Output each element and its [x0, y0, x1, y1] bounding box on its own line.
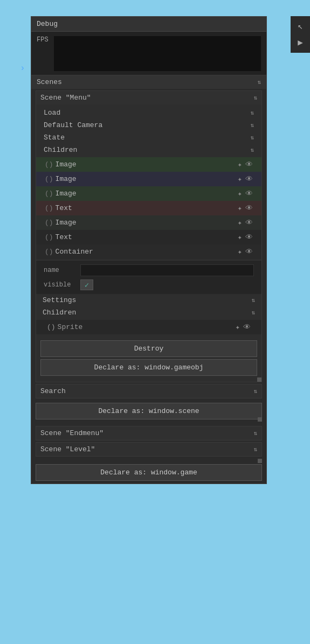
scene-endmenu-block: Scene "Endmenu" ⇅ — [36, 426, 262, 440]
child-item-image1-paren: () — [45, 160, 53, 169]
name-prop-row: name — [44, 263, 254, 278]
eye-icon-text2[interactable]: 👁 — [245, 233, 253, 242]
eye-icon-image1[interactable]: 👁 — [245, 160, 253, 169]
children-header-label: Children — [44, 146, 77, 154]
search-label: Search — [40, 387, 66, 395]
name-prop-label: name — [44, 267, 76, 274]
debug-header: Debug — [31, 17, 266, 32]
visible-prop-row: visible ✓ — [44, 278, 254, 292]
cursor-icon[interactable]: ↖ — [293, 19, 308, 33]
default-camera-arrows-icon: ⇅ — [250, 122, 254, 129]
children-list: () Image ✦ 👁 () Image ✦ — [36, 156, 261, 260]
default-camera-item[interactable]: Default Camera ⇅ — [36, 119, 261, 131]
eye-icon-image2[interactable]: 👁 — [245, 175, 253, 184]
declare-scene-outer: Declare as: window.scene — [31, 400, 266, 424]
child-item-text2-left: () Text — [45, 233, 72, 241]
scene-level-title: Scene "Level" — [40, 445, 95, 453]
move-icon-image3[interactable]: ✦ — [238, 189, 242, 198]
eye-icon-sprite[interactable]: 👁 — [243, 323, 251, 332]
child-item-image1[interactable]: () Image ✦ 👁 — [36, 157, 261, 172]
inner-child-sprite[interactable]: () Sprite ✦ 👁 — [36, 320, 261, 334]
inner-children-list: () Sprite ✦ 👁 — [36, 319, 261, 335]
declare-scene-button[interactable]: Declare as: window.scene — [36, 403, 262, 419]
declare-game-button[interactable]: Declare as: window.game — [36, 464, 262, 481]
settings-header[interactable]: Settings ⇅ — [36, 294, 261, 306]
inner-children-header[interactable]: Children ⇅ — [36, 306, 261, 319]
child-item-text2[interactable]: () Text ✦ 👁 — [36, 230, 261, 244]
scene-menu-arrows-icon: ⇅ — [253, 94, 257, 101]
resize-handle-scene[interactable] — [258, 417, 262, 422]
children-arrows-icon: ⇅ — [250, 146, 254, 153]
child-item-image2-left: () Image — [45, 175, 77, 183]
child-item-image2-icons: ✦ 👁 — [238, 174, 253, 184]
scene-level-header[interactable]: Scene "Level" ⇅ — [36, 443, 261, 456]
inner-child-sprite-left: () Sprite — [47, 323, 82, 331]
child-item-text2-type: Text — [56, 233, 72, 241]
move-icon-image1[interactable]: ✦ — [238, 160, 242, 169]
fps-graph — [54, 36, 261, 71]
resize-handle-game[interactable] — [258, 459, 262, 463]
child-item-image3-icons: ✦ 👁 — [238, 189, 253, 198]
load-item[interactable]: Load ⇅ — [36, 107, 261, 119]
child-item-image3-left: () Image — [45, 190, 77, 198]
child-item-text2-paren: () — [45, 233, 53, 241]
inner-children-arrows-icon: ⇅ — [251, 309, 255, 316]
children-header-item[interactable]: Children ⇅ — [36, 144, 261, 156]
inner-child-sprite-type: Sprite — [58, 323, 83, 331]
eye-icon-image4[interactable]: 👁 — [245, 219, 253, 227]
name-prop-input[interactable] — [80, 264, 254, 276]
scenes-label: Scenes — [37, 78, 62, 86]
declare-gameobj-button[interactable]: Declare as: window.gameobj — [40, 359, 257, 376]
scene-endmenu-header[interactable]: Scene "Endmenu" ⇅ — [36, 426, 261, 440]
resize-handle-gameobj[interactable] — [257, 377, 261, 382]
child-item-text2-icons: ✦ 👁 — [238, 233, 253, 242]
move-icon-text2[interactable]: ✦ — [238, 233, 242, 242]
search-header[interactable]: Search ⇅ — [36, 384, 261, 398]
scene-menu-sub-section: Load ⇅ Default Camera ⇅ State ⇅ Children… — [36, 104, 261, 338]
load-label: Load — [44, 109, 60, 117]
scene-endmenu-title: Scene "Endmenu" — [40, 429, 104, 437]
eye-icon-container[interactable]: 👁 — [245, 248, 253, 256]
child-item-image2[interactable]: () Image ✦ 👁 — [36, 172, 261, 186]
fps-label: FPS — [37, 36, 49, 44]
child-item-text1-paren: () — [45, 204, 53, 212]
child-item-text1-left: () Text — [45, 204, 72, 212]
state-arrows-icon: ⇅ — [250, 134, 254, 141]
scene-menu-header[interactable]: Scene "Menu" ⇅ — [36, 91, 261, 104]
inner-child-sprite-icons: ✦ 👁 — [236, 323, 251, 332]
settings-arrows-icon: ⇅ — [251, 297, 255, 304]
child-item-image1-type: Image — [56, 160, 77, 169]
scene-level-arrows-icon: ⇅ — [253, 446, 257, 453]
destroy-button[interactable]: Destroy — [40, 340, 257, 357]
state-item[interactable]: State ⇅ — [36, 131, 261, 144]
scene-menu-block: Scene "Menu" ⇅ Load ⇅ Default Camera ⇅ S… — [36, 90, 262, 382]
child-item-image4-type: Image — [56, 219, 77, 227]
move-icon-container[interactable]: ✦ — [238, 247, 242, 256]
child-item-container[interactable]: () Container ✦ 👁 — [36, 244, 261, 259]
move-icon-sprite[interactable]: ✦ — [236, 323, 240, 332]
child-item-image4-icons: ✦ 👁 — [238, 218, 253, 227]
search-section: Search ⇅ — [36, 384, 262, 398]
state-label: State — [44, 134, 65, 142]
move-icon-text1[interactable]: ✦ — [238, 204, 242, 213]
move-icon-image4[interactable]: ✦ — [238, 218, 242, 227]
visible-checkbox[interactable]: ✓ — [80, 279, 93, 290]
action-buttons: Destroy Declare as: window.gameobj — [36, 338, 261, 379]
child-item-image2-paren: () — [45, 175, 53, 183]
expand-arrow[interactable]: › — [20, 64, 25, 73]
child-item-image1-left: () Image — [45, 160, 77, 169]
scene-endmenu-arrows-icon: ⇅ — [253, 430, 257, 437]
child-item-text1[interactable]: () Text ✦ 👁 — [36, 201, 261, 215]
move-icon-image2[interactable]: ✦ — [238, 174, 242, 184]
child-item-container-type: Container — [56, 248, 93, 256]
child-item-image4[interactable]: () Image ✦ 👁 — [36, 215, 261, 230]
child-item-image3-type: Image — [56, 190, 77, 198]
child-item-text1-icons: ✦ 👁 — [238, 204, 253, 213]
bottom-bar: Declare as: window.game — [31, 458, 266, 484]
child-item-container-icons: ✦ 👁 — [238, 247, 253, 256]
scenes-section-header[interactable]: Scenes ⇅ — [31, 75, 266, 89]
eye-icon-text1[interactable]: 👁 — [245, 204, 253, 213]
child-item-image3[interactable]: () Image ✦ 👁 — [36, 186, 261, 201]
play-icon[interactable]: ▶ — [293, 36, 308, 50]
eye-icon-image3[interactable]: 👁 — [245, 190, 253, 198]
